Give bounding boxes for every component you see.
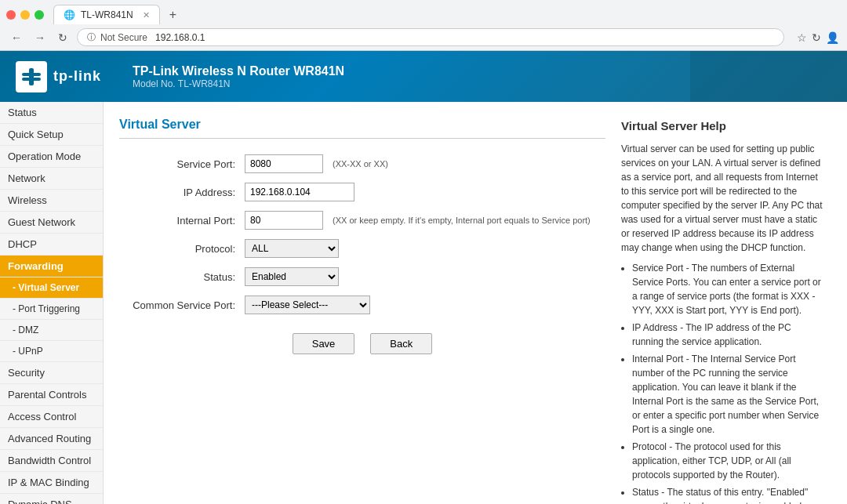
help-bullet: Protocol - The protocol used for this ap… [632,440,825,482]
maximize-traffic-light[interactable] [35,10,44,20]
active-tab[interactable]: 🌐 TL-WR841N ✕ [53,5,160,24]
sidebar-item-dhcp[interactable]: DHCP [0,234,103,256]
sidebar-item-dmz[interactable]: - DMZ [0,320,103,341]
sidebar-item-status[interactable]: Status [0,102,103,124]
address-bar[interactable]: ⓘ Not Secure 192.168.0.1 [77,28,784,46]
protocol-field: ALL TCP UDP TCP/UDP [245,239,339,258]
sidebar-item-access-control[interactable]: Access Control [0,406,103,428]
back-button[interactable]: ← [8,30,25,45]
forward-button[interactable]: → [31,30,49,45]
protocol-row: Protocol: ALL TCP UDP TCP/UDP [119,239,605,258]
tab-title: TL-WR841N [81,9,133,20]
protocol-select[interactable]: ALL TCP UDP TCP/UDP [245,239,339,258]
help-title: Virtual Server Help [621,118,825,136]
reload-button[interactable]: ↻ [55,30,71,45]
help-bullet: Internal Port - The Internal Service Por… [632,352,825,437]
page-title: Virtual Server [119,118,605,139]
router-model-title: TP-Link Wireless N Router WR841N [133,64,344,78]
tab-favicon: 🌐 [64,9,75,20]
protocol-label: Protocol: [119,243,245,255]
ip-address-input[interactable] [245,183,354,201]
service-port-row: Service Port: (XX-XX or XX) [119,154,605,173]
profile-button[interactable]: 👤 [826,31,839,44]
sidebar-item-security[interactable]: Security [0,362,103,384]
sidebar-item-parental-controls[interactable]: Parental Controls [0,384,103,406]
help-bullet: IP Address - The IP address of the PC ru… [632,321,825,349]
common-service-port-label: Common Service Port: [119,299,245,311]
brand-label: tp-link [53,68,101,85]
router-body: tp-link TP-Link Wireless N Router WR841N… [0,51,847,504]
service-port-field: (XX-XX or XX) [245,154,388,173]
main-content: Virtual Server Service Port: (XX-XX or X… [104,102,847,504]
tp-link-logo: tp-link [16,61,101,92]
back-form-button[interactable]: Back [370,333,432,354]
save-button[interactable]: Save [293,333,355,354]
minimize-traffic-light[interactable] [20,10,30,20]
refresh-icon-btn[interactable]: ↻ [812,31,821,44]
ip-address-label: IP Address: [119,187,245,198]
sidebar-item-dynamic-dns[interactable]: Dynamic DNS [0,494,103,504]
help-bullet: Status - The status of this entry. "Enab… [632,485,825,505]
sidebar: StatusQuick SetupOperation ModeNetworkWi… [0,102,104,504]
help-section: Virtual Server Help Virtual server can b… [621,118,825,491]
sidebar-item-quick-setup[interactable]: Quick Setup [0,124,103,146]
content-area: StatusQuick SetupOperation ModeNetworkWi… [0,102,847,504]
close-traffic-light[interactable] [6,10,16,20]
router-model-number: Model No. TL-WR841N [133,78,344,89]
button-row: Save Back [119,333,605,354]
status-label: Status: [119,271,245,283]
internal-port-field: (XX or keep empty. If it's empty, Intern… [245,211,591,230]
new-tab-button[interactable]: + [163,8,183,22]
address-bar-row: ← → ↻ ⓘ Not Secure 192.168.0.1 ☆ ↻ 👤 [0,24,847,50]
internal-port-input[interactable] [245,211,323,230]
sidebar-item-upnp[interactable]: - UPnP [0,341,103,362]
help-bullet: Service Port - The numbers of External S… [632,261,825,317]
svg-rect-2 [29,68,34,85]
service-port-hint: (XX-XX or XX) [333,159,388,169]
sidebar-item-bandwidth-control[interactable]: Bandwidth Control [0,450,103,472]
sidebar-item-guest-network[interactable]: Guest Network [0,212,103,234]
common-service-port-select[interactable]: ---Please Select--- [245,296,370,314]
common-service-port-field: ---Please Select--- [245,296,370,314]
star-button[interactable]: ☆ [797,31,807,44]
secure-label: Not Secure [100,32,147,43]
internal-port-label: Internal Port: [119,215,245,227]
tab-close-button[interactable]: ✕ [143,10,150,20]
ip-address-field [245,183,354,201]
tab-bar: 🌐 TL-WR841N ✕ + [0,0,847,24]
status-row: Status: Enabled Disabled [119,267,605,286]
sidebar-item-ip-mac-binding[interactable]: IP & MAC Binding [0,472,103,494]
sidebar-item-operation-mode[interactable]: Operation Mode [0,146,103,168]
sidebar-item-wireless[interactable]: Wireless [0,190,103,212]
sidebar-item-advanced-routing[interactable]: Advanced Routing [0,428,103,450]
secure-icon: ⓘ [87,31,96,43]
address-text: 192.168.0.1 [155,32,205,43]
common-service-port-row: Common Service Port: ---Please Select--- [119,296,605,314]
status-select[interactable]: Enabled Disabled [245,267,339,286]
sidebar-item-port-triggering[interactable]: - Port Triggering [0,299,103,320]
ip-address-row: IP Address: [119,183,605,201]
sidebar-item-forwarding[interactable]: Forwarding [0,256,103,277]
browser-chrome: 🌐 TL-WR841N ✕ + ← → ↻ ⓘ Not Secure 192.1… [0,0,847,51]
service-port-label: Service Port: [119,158,245,170]
traffic-lights [6,10,44,20]
service-port-input[interactable] [245,154,323,173]
router-header: tp-link TP-Link Wireless N Router WR841N… [0,51,847,102]
sidebar-item-network[interactable]: Network [0,168,103,190]
address-actions: ☆ ↻ 👤 [797,31,839,44]
help-intro: Virtual server can be used for setting u… [621,142,825,255]
form-section: Virtual Server Service Port: (XX-XX or X… [119,118,605,491]
internal-port-hint: (XX or keep empty. If it's empty, Intern… [333,216,591,225]
status-field: Enabled Disabled [245,267,339,286]
router-title: TP-Link Wireless N Router WR841N Model N… [133,64,344,89]
logo-icon [16,61,47,92]
sidebar-item-virtual-server[interactable]: - Virtual Server [0,277,103,299]
help-list: Service Port - The numbers of External S… [621,261,825,505]
internal-port-row: Internal Port: (XX or keep empty. If it'… [119,211,605,230]
